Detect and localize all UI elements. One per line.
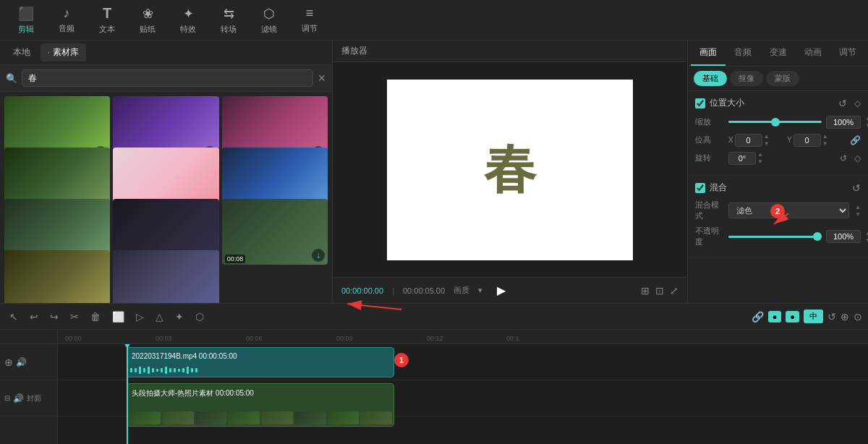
fullscreen-icon[interactable]: ⊡ xyxy=(655,285,664,296)
subtab-mask[interactable]: 蒙版 xyxy=(766,71,799,86)
rot-up[interactable]: ▲ xyxy=(757,151,763,158)
toolbar-effects[interactable]: ✦ 特效 xyxy=(168,3,208,38)
keyframe-tool[interactable]: △ xyxy=(152,309,167,325)
blend-mode-down[interactable]: ▼ xyxy=(855,211,861,218)
opacity-slider[interactable] xyxy=(728,236,822,238)
scale-down-arrow[interactable]: ▼ xyxy=(865,122,868,129)
subtab-keying[interactable]: 抠像 xyxy=(730,71,763,86)
toolbar-audio[interactable]: ♪ 音频 xyxy=(46,3,87,38)
track-btn2[interactable]: ● xyxy=(786,311,799,323)
playhead-marker xyxy=(124,344,131,349)
track-btn1[interactable]: ● xyxy=(768,311,782,323)
split-tool[interactable]: ✂ xyxy=(67,309,82,325)
search-input[interactable] xyxy=(22,69,313,87)
blend-checkbox[interactable] xyxy=(695,183,705,193)
rotation-diamond-icon[interactable]: ◇ xyxy=(854,153,861,163)
annotation-1: 1 xyxy=(394,353,409,367)
pos-x-up[interactable]: ▲ xyxy=(764,133,770,140)
tab-audio[interactable]: 音频 xyxy=(726,40,760,66)
timeline-ruler: 00:00 00:03 00:06 00:09 00:12 00:1 xyxy=(58,330,868,344)
left-tabs: 本地 · 素材库 xyxy=(0,40,332,65)
track-btn-zh[interactable]: 中 xyxy=(804,309,823,323)
toolbar-clip[interactable]: ⬛ 剪辑 xyxy=(6,3,46,38)
timeline-body: ⊕ 🔊 ⊟ 🔊 封面 00:00 00:03 00:06 00:09 00:12… xyxy=(0,330,868,444)
timeline-track-area: 20220317194B.mp4 00:00:05:00 xyxy=(58,344,868,444)
scale-up-arrow[interactable]: ▲ xyxy=(865,115,868,121)
rotation-reset-icon[interactable]: ↺ xyxy=(840,153,847,163)
preview-label: 播放器 xyxy=(333,40,687,62)
link-icon[interactable]: 🔗 xyxy=(752,311,764,323)
undo-tool[interactable]: ↩ xyxy=(26,309,42,325)
tab-library[interactable]: · 素材库 xyxy=(41,43,86,61)
rotation-xy: 0° ▲ ▼ xyxy=(728,151,835,165)
toolbar-sticker[interactable]: ❀ 贴纸 xyxy=(127,3,168,38)
position-link-icon[interactable]: 🔗 xyxy=(850,135,861,145)
reset-view-icon[interactable]: ↺ xyxy=(827,311,836,323)
pos-y-down[interactable]: ▼ xyxy=(822,140,828,147)
timeline-settings-icon[interactable]: ⊙ xyxy=(854,311,862,323)
rotation-value[interactable]: 0° xyxy=(728,152,756,165)
pos-y-value[interactable]: 0 xyxy=(793,134,821,147)
wave-dot xyxy=(161,368,163,372)
redo-tool[interactable]: ↪ xyxy=(46,309,62,325)
position-size-checkbox[interactable] xyxy=(695,98,705,108)
toolbar-filter[interactable]: ⬡ 滤镜 xyxy=(249,3,289,38)
add-track-icon[interactable]: ⊕ xyxy=(841,311,849,323)
blend-mode-select[interactable]: 滤色 正常 叠加 xyxy=(728,202,849,218)
opacity-up[interactable]: ▲ xyxy=(865,230,868,236)
pos-y-up[interactable]: ▲ xyxy=(822,133,828,140)
rot-down[interactable]: ▼ xyxy=(757,158,763,165)
position-reset-icon[interactable]: ↺ xyxy=(838,98,847,109)
time-total: 00:00:05.00 xyxy=(403,286,445,295)
ruler-mark-1: 00:03 xyxy=(156,335,172,342)
resolution-selector[interactable]: 画质 xyxy=(454,285,469,296)
tab-local[interactable]: 本地 xyxy=(6,43,38,61)
delete-tool[interactable]: 🗑 xyxy=(87,309,104,325)
pos-x-down[interactable]: ▼ xyxy=(764,140,770,147)
clip-thumb xyxy=(261,411,293,424)
subtab-basic[interactable]: 基础 xyxy=(694,71,727,86)
asset-item[interactable]: 00:09 xyxy=(4,250,110,303)
assets-grid: ↓ ↓ ↓ 00:24 00:09 00:14 xyxy=(0,92,332,303)
play-button[interactable]: ▶ xyxy=(491,282,511,299)
tab-adjust[interactable]: 调节 xyxy=(830,40,865,66)
cover-clip[interactable]: 头段拍摄大师-热照片素材 00:00:05:00 xyxy=(127,383,394,427)
position-row: 位高 X 0 ▲ ▼ Y 0 ▲ xyxy=(695,133,861,147)
star-tool[interactable]: ✦ xyxy=(171,309,187,325)
clip-thumbnails xyxy=(127,410,393,426)
pos-x-value[interactable]: 0 xyxy=(735,134,762,147)
scale-slider[interactable] xyxy=(728,121,822,123)
timeline-playhead[interactable] xyxy=(127,344,128,444)
clip-thumb xyxy=(162,411,194,424)
video-clip[interactable]: 20220317194B.mp4 00:00:05:00 xyxy=(127,347,394,377)
asset-item[interactable]: 00:08 ↓ xyxy=(222,199,328,265)
toolbar-text[interactable]: T 文本 xyxy=(87,3,127,38)
opacity-down[interactable]: ▼ xyxy=(865,237,868,244)
props-title-blend: 混合 ↺ xyxy=(695,182,861,194)
crop-tool[interactable]: ⬜ xyxy=(109,309,128,325)
toolbar-adjust[interactable]: ≡ 调节 xyxy=(289,3,330,38)
asset-item[interactable]: 00:11 xyxy=(113,250,218,303)
search-close-icon[interactable]: ✕ xyxy=(318,72,326,84)
clip-thumb xyxy=(294,411,326,424)
hex-tool[interactable]: ⬡ xyxy=(192,309,208,325)
expand-icon[interactable]: ⤢ xyxy=(670,285,678,296)
mute-icon[interactable]: 🔊 xyxy=(13,393,24,404)
cursor-tool[interactable]: ↖ xyxy=(6,309,22,325)
audio-label: 音频 xyxy=(59,23,75,34)
toolbar-transition[interactable]: ⇆ 转场 xyxy=(208,3,249,38)
play-tool[interactable]: ▷ xyxy=(132,309,148,325)
blend-reset-icon[interactable]: ↺ xyxy=(852,182,861,194)
tab-picture[interactable]: 画面 xyxy=(691,40,726,66)
tab-animation[interactable]: 动画 xyxy=(796,40,830,66)
tab-speed[interactable]: 变速 xyxy=(760,40,795,66)
time-current: 00:00:00.00 xyxy=(341,286,383,295)
rotation-label: 旋转 xyxy=(695,153,724,163)
volume-icon[interactable]: 🔊 xyxy=(16,357,27,367)
screenshot-icon[interactable]: ⊞ xyxy=(641,285,650,296)
collapse-icon[interactable]: ⊟ xyxy=(4,394,10,402)
position-diamond-icon[interactable]: ◇ xyxy=(854,98,861,108)
blend-mode-up[interactable]: ▲ xyxy=(855,204,861,210)
preview-text: 春 xyxy=(484,135,536,205)
add-video-icon[interactable]: ⊕ xyxy=(4,357,13,368)
